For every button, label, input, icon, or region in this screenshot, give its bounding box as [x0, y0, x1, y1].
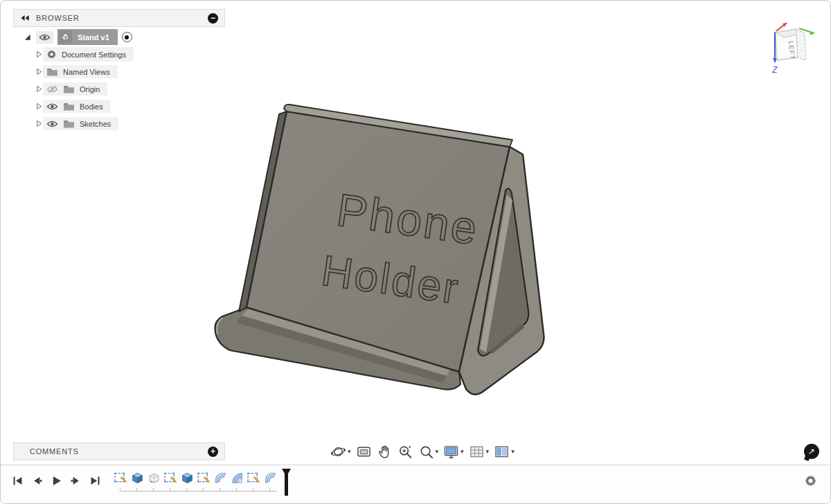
- go-to-end-button[interactable]: [89, 475, 101, 487]
- add-comment-button[interactable]: +: [208, 447, 218, 457]
- navigation-toolbar: ▾▾▾▾▾: [330, 442, 515, 461]
- go-to-beginning-button[interactable]: [12, 475, 24, 487]
- play-button[interactable]: [51, 475, 62, 487]
- timeline-feature-sketch-icon[interactable]: [197, 471, 211, 485]
- expand-collapse-icon[interactable]: [35, 51, 43, 58]
- expand-collapse-icon[interactable]: [35, 68, 43, 75]
- fusion360-app-window: BROWSER − Stand v1: [0, 0, 831, 504]
- browser-tree: Stand v1 Document Settings: [13, 28, 225, 132]
- timeline-bar: [1, 465, 830, 503]
- tree-row-sketches[interactable]: Sketches: [13, 115, 225, 132]
- row-content[interactable]: Named Views: [43, 65, 118, 78]
- timeline-feature-fillet-icon[interactable]: [213, 471, 228, 485]
- tree-item-label: Bodies: [80, 102, 103, 111]
- step-forward-button[interactable]: [70, 475, 82, 487]
- step-back-button[interactable]: [31, 475, 43, 487]
- grid-display-icon: [469, 444, 485, 460]
- radio-dot: [125, 35, 129, 39]
- visibility-eye-off-icon[interactable]: [46, 85, 58, 93]
- browser-panel-header[interactable]: BROWSER −: [13, 9, 225, 27]
- z-axis-arrow: [773, 58, 777, 62]
- activate-component-radio[interactable]: [122, 32, 132, 42]
- timeline-feature-extrude-icon[interactable]: [180, 471, 195, 485]
- tree-row-bodies[interactable]: Bodies: [13, 98, 225, 115]
- pan-icon: [377, 444, 393, 460]
- timeline-track: [120, 491, 277, 492]
- pan-button[interactable]: [377, 444, 393, 460]
- tree-row-named-views[interactable]: Named Views: [13, 63, 225, 80]
- fit-button[interactable]: ▾: [418, 444, 439, 460]
- display-settings-icon: [443, 444, 459, 460]
- viewports-button[interactable]: ▾: [494, 444, 515, 460]
- gear-icon: [46, 49, 57, 60]
- component-cube-icon: [59, 30, 72, 44]
- tree-row-component[interactable]: Stand v1: [13, 28, 225, 46]
- chevron-down-icon[interactable]: ▾: [461, 449, 464, 455]
- expand-collapse-icon[interactable]: [35, 120, 43, 127]
- settings-gear-icon[interactable]: [804, 474, 817, 487]
- timeline-feature-sketch-icon[interactable]: [163, 471, 178, 485]
- folder-icon: [63, 84, 75, 93]
- visibility-eye-icon[interactable]: [36, 31, 53, 44]
- tree-row-document-settings[interactable]: Document Settings: [13, 46, 225, 63]
- timeline-feature-sketch-icon[interactable]: [114, 471, 128, 485]
- folder-icon: [46, 67, 58, 76]
- row-content[interactable]: Sketches: [43, 117, 118, 130]
- phone-holder-model[interactable]: Phone Holder: [207, 89, 611, 417]
- component-selected-chip[interactable]: Stand v1: [57, 29, 118, 45]
- timeline-feature-list: [114, 471, 280, 485]
- comments-panel-title: COMMENTS: [30, 447, 79, 456]
- tree-item-label: Named Views: [63, 68, 110, 76]
- expand-collapse-icon[interactable]: [23, 33, 31, 41]
- zoom-icon: [397, 444, 413, 460]
- orbit-button[interactable]: ▾: [330, 444, 351, 460]
- zoom-button[interactable]: [397, 444, 413, 460]
- tree-item-label: Sketches: [80, 120, 111, 128]
- chevron-down-icon[interactable]: ▾: [436, 449, 439, 455]
- expand-collapse-icon[interactable]: [35, 102, 43, 110]
- tree-item-label: Document Settings: [62, 51, 126, 59]
- timeline-feature-extrude-icon[interactable]: [130, 471, 145, 485]
- look-at-icon: [356, 444, 372, 460]
- browser-panel-title: BROWSER: [36, 14, 79, 22]
- component-name-label: Stand v1: [78, 33, 109, 42]
- timeline-playback-controls: [12, 475, 101, 487]
- timeline-feature-shell-icon[interactable]: [230, 471, 244, 485]
- timeline-feature-sketch-icon[interactable]: [247, 471, 261, 485]
- viewcube-right-face[interactable]: [796, 29, 806, 60]
- comments-panel-header[interactable]: COMMENTS +: [13, 442, 225, 460]
- viewports-icon: [494, 444, 510, 460]
- row-content[interactable]: Document Settings: [43, 47, 134, 62]
- timeline-feature-fillet-body-icon[interactable]: [147, 471, 161, 485]
- visibility-eye-icon[interactable]: [46, 120, 58, 128]
- row-content[interactable]: Origin: [43, 82, 107, 96]
- model-canvas[interactable]: Phone Holder: [207, 89, 611, 417]
- tree-row-origin[interactable]: Origin: [13, 80, 225, 98]
- folder-icon: [63, 119, 75, 128]
- chevron-down-icon[interactable]: ▾: [486, 449, 490, 455]
- chevron-down-icon[interactable]: ▾: [348, 449, 351, 455]
- feedback-bubble-icon[interactable]: ↗: [804, 444, 819, 459]
- visibility-eye-icon[interactable]: [46, 102, 58, 111]
- z-axis-label: Z: [771, 65, 778, 75]
- orbit-icon: [330, 444, 346, 460]
- grid-display-button[interactable]: ▾: [469, 444, 490, 460]
- viewcube[interactable]: Z LEFT: [763, 19, 817, 77]
- folder-icon: [63, 102, 75, 111]
- row-content[interactable]: Bodies: [43, 100, 111, 113]
- fit-icon: [418, 444, 434, 460]
- chevron-down-icon[interactable]: ▾: [511, 449, 515, 455]
- display-settings-button[interactable]: ▾: [443, 444, 464, 460]
- timeline-feature-fillet-icon[interactable]: [263, 471, 278, 485]
- collapse-panel-icon[interactable]: [20, 15, 30, 21]
- browser-minimize-button[interactable]: −: [208, 13, 218, 24]
- look-at-button[interactable]: [356, 444, 372, 460]
- timeline-position-marker[interactable]: [281, 468, 292, 496]
- expand-collapse-icon[interactable]: [35, 85, 43, 93]
- tree-item-label: Origin: [80, 85, 100, 93]
